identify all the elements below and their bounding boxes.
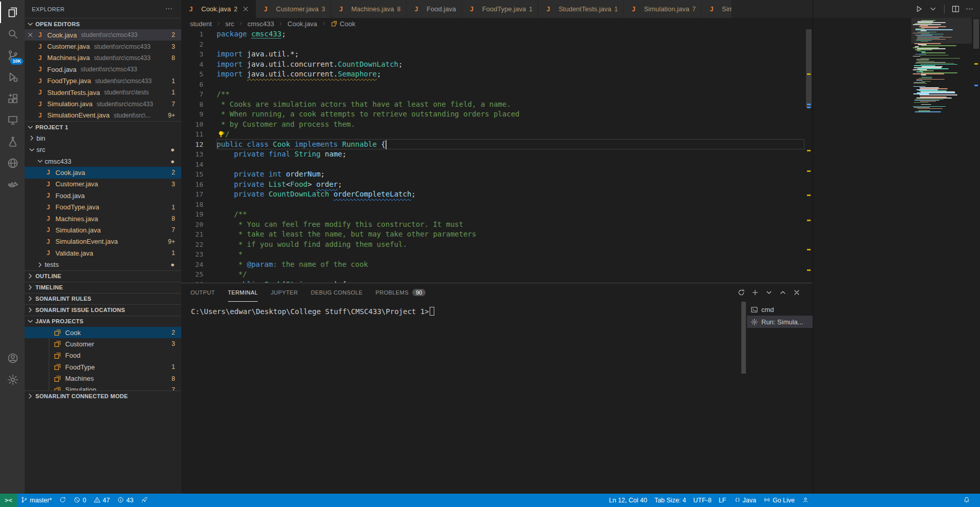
java-project-item[interactable]: Food (25, 350, 181, 361)
lightbulb-icon[interactable] (217, 130, 225, 138)
breadcrumb-item[interactable]: Cook (331, 20, 355, 28)
terminal[interactable]: C:\Users\edwar\Desktop\College Stuff\CMS… (181, 302, 741, 494)
close-icon[interactable] (25, 31, 36, 38)
code-line[interactable]: 12public class Cook implements Runnable … (181, 140, 813, 150)
status-item[interactable] (959, 494, 974, 507)
breadcrumb-item[interactable]: cmsc433 (247, 20, 274, 28)
tab-food.java[interactable]: Food.java (407, 0, 462, 18)
minimap-scrollbar[interactable] (972, 18, 980, 494)
refresh-icon[interactable] (737, 288, 745, 297)
code-line[interactable]: 21 * take at least the name, but may tak… (181, 229, 813, 240)
status-item-47[interactable]: 47 (90, 494, 113, 507)
panel-tab-debug-console[interactable]: DEBUG CONSOLE (311, 283, 362, 302)
code-line[interactable]: 8 * Cooks are simulation actors that hav… (181, 100, 813, 110)
file-item[interactable]: FoodType.java1 (25, 201, 181, 212)
panel-tab-output[interactable]: OUTPUT (190, 283, 215, 302)
code-line[interactable]: 9 * When running, a cook attempts to ret… (181, 109, 813, 120)
minimap[interactable] (913, 20, 964, 112)
status-item-go-live[interactable]: Go Live (760, 494, 798, 507)
breadcrumb-item[interactable]: Cook.java (287, 20, 317, 28)
more-icon[interactable] (965, 5, 974, 13)
status-item-lf[interactable]: LF (715, 494, 730, 507)
open-editor-item[interactable]: Machines.javastudent\src\cmsc4338 (25, 52, 181, 64)
section-header-outline[interactable]: OUTLINE (25, 270, 181, 282)
java-project-item[interactable]: Machines8 (25, 373, 181, 384)
file-item[interactable]: Simulation.java7 (25, 224, 181, 236)
section-header-project-1[interactable]: PROJECT 1 (25, 121, 181, 132)
scrollbar-thumb[interactable] (741, 302, 746, 374)
terminal-tab-cmd[interactable]: cmd (747, 303, 813, 316)
run-debug-icon[interactable] (0, 66, 25, 88)
status-item-43[interactable]: 43 (113, 494, 137, 507)
java-project-item[interactable]: FoodType1 (25, 361, 181, 373)
code-line[interactable]: 18 (181, 200, 813, 210)
chevron-down-icon[interactable] (929, 5, 937, 13)
section-header-sonarlint-issue-locations[interactable]: SONARLINT ISSUE LOCATIONS (25, 304, 181, 316)
status-item[interactable] (137, 494, 151, 507)
status-item-0[interactable]: 0 (70, 494, 90, 507)
tab-simulation.java[interactable]: Simulation.java7 (624, 0, 702, 18)
tab-customer.java[interactable]: Customer.java3 (256, 0, 332, 18)
more-actions-icon[interactable] (165, 5, 174, 14)
folder-item[interactable]: src● (25, 144, 181, 155)
testing-icon[interactable] (0, 131, 25, 152)
open-editor-item[interactable]: Cook.javastudent\src\cmsc4332 (25, 29, 181, 41)
file-item[interactable]: Cook.java2 (25, 167, 181, 178)
code-line[interactable]: 23 * (181, 249, 813, 260)
scrollbar-thumb[interactable] (806, 29, 812, 107)
status-item-master-[interactable]: master* (17, 494, 55, 507)
tab-sim[interactable]: Sim (702, 0, 732, 18)
folder-item[interactable]: bin (25, 132, 181, 144)
tab-machines.java[interactable]: Machines.java8 (331, 0, 407, 18)
chevron-down-icon[interactable] (765, 288, 773, 297)
tab-studenttests.java[interactable]: StudentTests.java1 (539, 0, 624, 18)
code-line[interactable]: 17 private CountDownLatch orderCompleteL… (181, 189, 813, 200)
code-line[interactable]: 11 */ (181, 129, 813, 140)
status-item-utf-8[interactable]: UTF-8 (689, 494, 715, 507)
code-line[interactable]: 3import java.util.*; (181, 49, 813, 60)
folder-item[interactable]: cmsc433● (25, 155, 181, 167)
status-item-java[interactable]: {}Java (730, 494, 760, 507)
section-header-sonarlint-connected-mode[interactable]: SONARLINT CONNECTED MODE (25, 391, 181, 402)
code-line[interactable]: 6 (181, 80, 813, 90)
open-editor-item[interactable]: SimulationEvent.javastudent\src\...9+ (25, 110, 181, 121)
explorer-icon[interactable] (0, 2, 25, 23)
java-project-item[interactable]: Cook2 (25, 327, 181, 338)
code-line[interactable]: 16 private List<Food> order; (181, 180, 813, 190)
status-item-ln-12-col-40[interactable]: Ln 12, Col 40 (605, 494, 650, 507)
search-icon[interactable] (0, 23, 25, 45)
close-icon[interactable] (242, 5, 250, 13)
code-line[interactable]: 5import java.util.concurrent.Semaphore; (181, 69, 813, 80)
code-line[interactable]: 25 */ (181, 269, 813, 280)
code-line[interactable]: 22 * if you would find adding them usefu… (181, 240, 813, 250)
code-line[interactable]: 7/** (181, 89, 813, 100)
breadcrumb-item[interactable]: src (225, 20, 234, 28)
docker-icon[interactable] (0, 174, 25, 196)
file-item[interactable]: Validate.java1 (25, 247, 181, 259)
code-line[interactable]: 4import java.util.concurrent.CountDownLa… (181, 60, 813, 70)
split-editor-icon[interactable] (951, 5, 960, 13)
tab-foodtype.java[interactable]: FoodType.java1 (462, 0, 539, 18)
code-editor[interactable]: 1package cmsc433;23import java.util.*;4i… (181, 29, 813, 283)
code-line[interactable]: 10 * by Customer and process them. (181, 120, 813, 130)
open-editor-item[interactable]: Customer.javastudent\src\cmsc4333 (25, 41, 181, 52)
open-editor-item[interactable]: FoodType.javastudent\src\cmsc4331 (25, 75, 181, 87)
status-item[interactable] (798, 494, 813, 507)
file-item[interactable]: SimulationEvent.java9+ (25, 236, 181, 247)
terminal-tab-run-simula-[interactable]: Run: Simula... (747, 316, 813, 328)
terminal-scrollbar[interactable] (741, 302, 747, 494)
code-line[interactable]: 13 private final String name; (181, 149, 813, 160)
chevron-up-icon[interactable] (779, 288, 787, 297)
code-line[interactable]: 24 * @param: the name of the cook (181, 260, 813, 270)
panel-tab-jupyter[interactable]: JUPYTER (271, 283, 298, 302)
section-header-open-editors[interactable]: OPEN EDITORS (25, 18, 181, 29)
close-icon[interactable] (793, 288, 801, 297)
settings-icon[interactable] (0, 369, 25, 391)
open-editor-item[interactable]: Food.javastudent\src\cmsc433 (25, 64, 181, 75)
editor-scrollbar[interactable] (805, 29, 813, 283)
code-line[interactable]: 15 private int orderNum; (181, 169, 813, 180)
folder-item[interactable]: tests● (25, 259, 181, 270)
code-line[interactable]: 2 (181, 40, 813, 50)
tab-cook.java[interactable]: Cook.java2 (181, 0, 256, 18)
globe-icon[interactable] (0, 152, 25, 174)
